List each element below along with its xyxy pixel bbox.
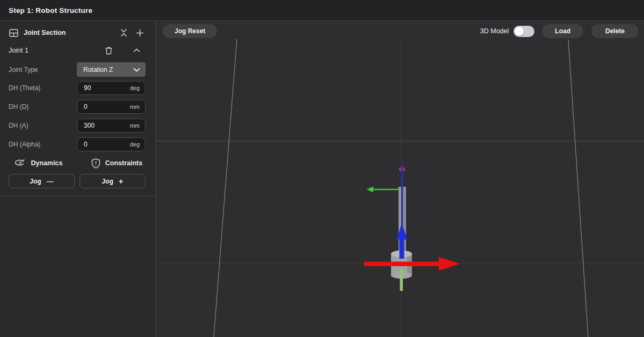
scene-canvas <box>157 21 644 337</box>
joint-row-header: Joint 1 <box>9 45 146 56</box>
chevron-up-icon[interactable] <box>131 45 142 56</box>
dh-theta-input-wrap: deg <box>77 81 146 95</box>
y-axis-lower-segment <box>400 270 403 291</box>
field-label: DH (Alpha) <box>9 141 40 148</box>
dh-d-unit: mm <box>130 104 140 110</box>
dh-theta-input[interactable] <box>84 84 116 92</box>
dh-a-unit: mm <box>130 122 140 129</box>
field-label: DH (Theta) <box>9 84 40 92</box>
jog-buttons-row: Jog — Jog + <box>9 174 146 188</box>
jog-minus-label: Jog <box>30 178 41 185</box>
dynamics-label: Dynamics <box>31 159 62 167</box>
top-bar: Step 1: Robot Structure <box>0 0 644 21</box>
dh-alpha-input[interactable] <box>84 141 116 148</box>
load-button[interactable]: Load <box>542 24 583 38</box>
field-dh-d: DH (D) mm <box>9 99 146 114</box>
joint-type-select[interactable]: Rotation Z <box>77 62 146 77</box>
joint-extra-links: Dynamics Constraints <box>0 157 156 170</box>
panel-layout-icon <box>9 27 18 39</box>
joint-type-value: Rotation Z <box>83 66 133 74</box>
trash-icon[interactable] <box>103 45 114 56</box>
field-label: DH (D) <box>9 103 28 111</box>
field-label: DH (A) <box>9 122 28 129</box>
sidebar-divider <box>0 195 156 196</box>
jog-plus-button[interactable]: Jog + <box>79 174 146 188</box>
viewport-toolbar: Jog Reset 3D Model Load Delete <box>157 24 644 38</box>
dh-theta-unit: deg <box>130 85 140 91</box>
viewport-3d[interactable]: Jog Reset 3D Model Load Delete <box>157 21 644 337</box>
dh-d-input[interactable] <box>84 103 116 111</box>
x-axis-marker-right <box>403 168 405 171</box>
dh-a-input[interactable] <box>84 122 116 129</box>
joint-section-header: Joint Section <box>9 26 146 40</box>
x-axis-marker-left <box>399 168 401 171</box>
add-joint-button[interactable] <box>134 27 146 39</box>
chevron-down-icon <box>133 68 140 72</box>
joint-section-title: Joint Section <box>24 29 66 36</box>
robot-joint <box>364 163 460 291</box>
plus-icon: + <box>119 177 124 185</box>
jog-plus-label: Jog <box>102 178 113 185</box>
dh-alpha-input-wrap: deg <box>77 137 146 151</box>
rotate-3d-icon <box>15 158 26 169</box>
dh-d-input-wrap: mm <box>77 100 146 114</box>
delete-button[interactable]: Delete <box>591 24 639 38</box>
collapse-vertical-icon[interactable] <box>118 27 129 39</box>
joint-name: Joint 1 <box>9 47 28 54</box>
constraints-button[interactable]: Constraints <box>78 158 156 169</box>
z-axis-line <box>401 171 403 226</box>
field-dh-theta: DH (Theta) deg <box>9 80 146 95</box>
page-title: Step 1: Robot Structure <box>9 6 92 14</box>
dynamics-button[interactable]: Dynamics <box>0 158 78 169</box>
y-axis-arrowhead <box>367 187 374 193</box>
toggle-knob <box>515 27 524 36</box>
model-toggle-label: 3D Model <box>480 27 509 35</box>
model-toggle-switch[interactable] <box>513 26 534 37</box>
constraints-label: Constraints <box>105 159 142 167</box>
field-joint-type: Joint Type Rotation Z <box>9 62 146 77</box>
dh-a-input-wrap: mm <box>77 119 146 133</box>
field-dh-a: DH (A) mm <box>9 118 146 133</box>
dh-alpha-unit: deg <box>130 141 140 148</box>
minus-icon: — <box>47 178 54 185</box>
jog-reset-button[interactable]: Jog Reset <box>163 24 217 38</box>
jog-minus-button[interactable]: Jog — <box>9 174 75 188</box>
shield-alert-icon <box>91 158 100 169</box>
joint-sidebar: Joint Section Joint 1 <box>0 21 156 337</box>
app-window: Step 1: Robot Structure Joint Section <box>0 0 644 337</box>
viewport-toolbar-right: 3D Model Load Delete <box>480 24 639 38</box>
field-label: Joint Type <box>9 66 38 74</box>
field-dh-alpha: DH (Alpha) deg <box>9 137 146 151</box>
